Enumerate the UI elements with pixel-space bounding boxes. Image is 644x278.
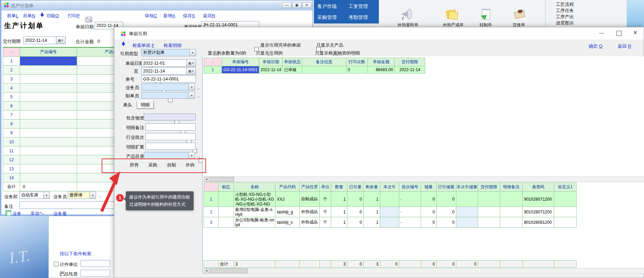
menu-item-salary[interactable]: 工资管理: [348, 3, 368, 10]
add-button[interactable]: 新增A: [163, 13, 175, 19]
search-docs-button[interactable]: 检索单据 F: [132, 42, 155, 49]
doc-table-hscrollbar[interactable]: ◀: [204, 176, 644, 182]
table-cell[interactable]: 0: [380, 261, 399, 268]
table-cell[interactable]: [554, 261, 577, 268]
date-to-input[interactable]: 2022-11-14▦▼: [141, 67, 196, 75]
table-cell[interactable]: 0: [437, 217, 456, 228]
maximize-icon[interactable]: ▣: [292, 2, 301, 8]
table-row[interactable]: 1小型机-XG-NG小型机-XG-NG小型机-XG-NG小型机-XG-NGXXJ…: [204, 192, 577, 207]
table-cell[interactable]: 6: [3, 102, 20, 111]
main-window-titlebar[interactable]: 生产计划单 — ▣ ✕: [1, 0, 312, 10]
salesman-more-button[interactable]: ..: [197, 85, 200, 90]
table-cell[interactable]: [456, 192, 478, 207]
salesman-filter-select[interactable]: ▼: [141, 84, 195, 90]
catalog-select[interactable]: ▼: [144, 152, 195, 159]
include-material-input[interactable]: [144, 114, 196, 121]
table-cell[interactable]: 0: [421, 217, 437, 228]
table-cell[interactable]: [20, 57, 77, 66]
table-cell[interactable]: [20, 146, 77, 155]
table-cell[interactable]: 0: [347, 207, 364, 217]
table-cell[interactable]: [478, 217, 500, 228]
table-cell[interactable]: [218, 192, 234, 207]
table-cell[interactable]: [456, 207, 478, 217]
table-cell[interactable]: [20, 137, 77, 146]
table-cell[interactable]: [500, 192, 523, 207]
table-cell[interactable]: 1: [331, 207, 347, 217]
table-cell[interactable]: [554, 192, 577, 207]
table-cell[interactable]: 0: [347, 217, 364, 228]
table-cell[interactable]: 个: [320, 207, 331, 217]
table-cell[interactable]: 0: [421, 261, 437, 268]
table-cell[interactable]: 901028071200: [523, 207, 554, 217]
table-cell[interactable]: 外协成品: [300, 207, 320, 217]
table-cell[interactable]: 小型机-XG-NG小型机-XG-NG小型机-XG-NG小型机-XG-NG: [234, 192, 276, 207]
table-cell[interactable]: [20, 102, 77, 111]
table-cell[interactable]: 0: [437, 207, 456, 217]
stock-button[interactable]: 库存^~: [30, 211, 44, 217]
table-cell[interactable]: 0: [437, 261, 456, 268]
date-from-input[interactable]: 2022-11-01▦▼: [141, 59, 196, 67]
table-cell[interactable]: [20, 155, 77, 164]
maker-filter-select[interactable]: ▼: [141, 92, 195, 99]
table-cell[interactable]: 1: [331, 217, 347, 228]
table-cell[interactable]: 1: [364, 217, 380, 228]
table-cell[interactable]: [20, 111, 77, 119]
table-cell[interactable]: 1: [3, 57, 20, 66]
table-cell[interactable]: [20, 66, 77, 75]
table-cell[interactable]: [380, 192, 399, 207]
dialog-maximize-icon[interactable]: [616, 31, 622, 36]
table-cell[interactable]: -: [399, 217, 421, 228]
table-cell[interactable]: [300, 261, 320, 268]
table-cell[interactable]: [554, 207, 577, 217]
doc-table-row[interactable]: 1 GS-22-11-14-0001 2022-11-14 已审核 0 6648…: [204, 66, 425, 74]
tab-header[interactable]: 表头: [120, 101, 135, 109]
table-cell[interactable]: [456, 217, 478, 228]
product-nature-input[interactable]: [81, 270, 110, 277]
salesman-select[interactable]: 蔡师傅▼: [68, 192, 96, 199]
table-cell[interactable]: 自制成品: [300, 192, 320, 207]
search-details-button[interactable]: 检索明细: [164, 42, 181, 49]
table-row[interactable]: 3办公S型电脑-银奥-onlyittaishiji_s外协成品个101-0080…: [204, 217, 577, 228]
table-cell[interactable]: 3: [234, 261, 276, 268]
table-cell[interactable]: [399, 261, 421, 268]
table-cell[interactable]: 已引量: [347, 183, 364, 192]
save-button[interactable]: 保存S: [183, 13, 195, 19]
table-cell[interactable]: 已引辅量: [437, 183, 456, 192]
table-cell[interactable]: 0: [347, 261, 364, 268]
table-cell[interactable]: [218, 207, 234, 217]
table-cell[interactable]: 12: [3, 155, 20, 164]
search-panel-title[interactable]: 按以下条件检索: [60, 251, 91, 257]
outsource-finished-icon[interactable]: [445, 8, 458, 21]
menu-item-progress-chart[interactable]: 进度图示: [556, 20, 574, 26]
tab-detail[interactable]: 明细: [137, 100, 154, 109]
table-cell[interactable]: 13: [3, 164, 20, 173]
volume-button[interactable]: 业务量: [53, 211, 67, 217]
table-cell[interactable]: [380, 207, 399, 217]
table-cell[interactable]: 1: [364, 207, 380, 217]
table-cell[interactable]: 1: [204, 192, 218, 207]
close-icon[interactable]: ✕: [302, 2, 311, 8]
dialog-down-arrow-icon[interactable]: [121, 42, 126, 46]
table-cell[interactable]: 交付期限: [478, 183, 500, 192]
table-cell[interactable]: 单位: [320, 183, 331, 192]
table-cell[interactable]: 标志: [218, 183, 234, 192]
table-cell[interactable]: [478, 192, 500, 207]
table-cell[interactable]: XXJ: [276, 192, 300, 207]
table-cell[interactable]: 0: [347, 192, 364, 207]
calendar-dropdown-icon[interactable]: ▦▼: [186, 60, 196, 66]
business-button[interactable]: 业务: [12, 211, 21, 217]
table-cell[interactable]: 4: [3, 84, 20, 93]
table-cell[interactable]: 产品编号: [20, 48, 77, 57]
table-cell[interactable]: [204, 183, 218, 192]
table-cell[interactable]: [20, 93, 77, 102]
table-cell[interactable]: -: [399, 207, 421, 217]
table-cell[interactable]: [20, 128, 77, 137]
table-cell[interactable]: taishiji_g: [276, 207, 300, 217]
table-cell[interactable]: 条形码: [523, 183, 554, 192]
table-cell[interactable]: 办公S型电脑-银奥-onlyit: [234, 217, 276, 228]
detail-expand-input[interactable]: [146, 143, 196, 150]
table-cell[interactable]: [20, 84, 77, 93]
calendar-dropdown-icon[interactable]: ▦▼: [186, 68, 196, 74]
table-cell[interactable]: 0: [421, 207, 437, 217]
table-cell[interactable]: 1: [331, 192, 347, 207]
